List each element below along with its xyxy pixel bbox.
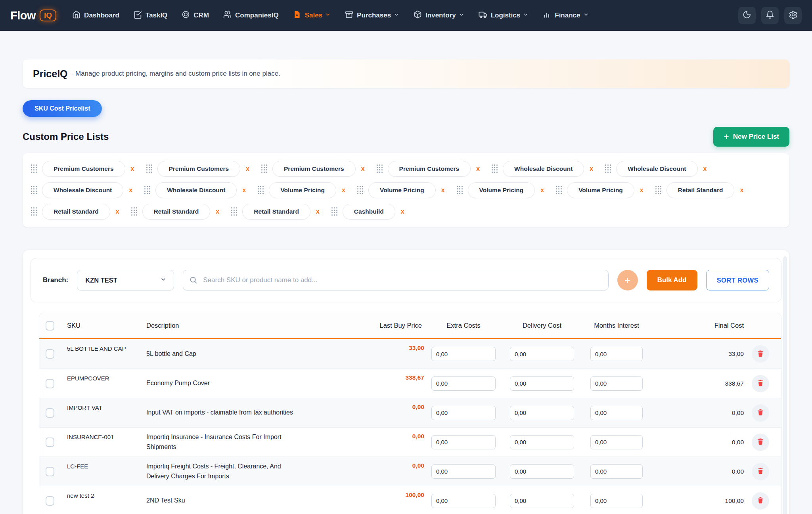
drag-handle-icon[interactable] — [31, 207, 37, 216]
remove-chip-icon[interactable]: x — [246, 165, 249, 172]
nav-item-finance[interactable]: Finance — [543, 10, 588, 21]
extra-costs-input[interactable] — [431, 376, 496, 391]
drag-handle-icon[interactable] — [146, 164, 153, 173]
price-list-chip-label[interactable]: Retail Standard — [242, 204, 310, 220]
notifications-button[interactable] — [761, 7, 779, 24]
drag-handle-icon[interactable] — [377, 164, 383, 173]
price-list-chip-label[interactable]: Premium Customers — [272, 161, 356, 177]
months-interest-input[interactable] — [590, 464, 643, 479]
delete-row-button[interactable] — [752, 492, 769, 510]
branch-select[interactable]: KZN TEST — [77, 270, 174, 290]
months-interest-input[interactable] — [590, 435, 643, 449]
delivery-cost-input[interactable] — [510, 464, 574, 479]
nav-item-taskiq[interactable]: TaskIQ — [134, 10, 167, 21]
drag-handle-icon[interactable] — [655, 186, 662, 195]
row-checkbox[interactable] — [46, 379, 54, 388]
drag-handle-icon[interactable] — [144, 186, 151, 195]
price-list-chip-label[interactable]: Volume Pricing — [368, 182, 436, 198]
price-list-chip-label[interactable]: Retail Standard — [142, 204, 211, 220]
delete-row-button[interactable] — [752, 404, 769, 422]
price-list-chip-label[interactable]: Premium Customers — [388, 161, 471, 177]
search-input[interactable] — [183, 270, 608, 290]
drag-handle-icon[interactable] — [131, 207, 138, 216]
remove-chip-icon[interactable]: x — [342, 187, 345, 194]
settings-button[interactable] — [784, 7, 802, 24]
delivery-cost-input[interactable] — [510, 494, 574, 508]
remove-chip-icon[interactable]: x — [640, 187, 643, 194]
drag-handle-icon[interactable] — [231, 207, 237, 216]
delete-row-button[interactable] — [752, 345, 769, 363]
nav-item-logistics[interactable]: Logistics — [479, 10, 529, 21]
price-list-chip-label[interactable]: Cashbuild — [343, 204, 395, 220]
delete-row-button[interactable] — [752, 463, 769, 480]
price-list-chip-label[interactable]: Retail Standard — [42, 204, 110, 220]
remove-chip-icon[interactable]: x — [703, 165, 707, 172]
row-checkbox[interactable] — [46, 408, 54, 418]
nav-item-inventory[interactable]: Inventory — [414, 10, 464, 21]
drag-handle-icon[interactable] — [31, 186, 37, 195]
nav-item-dashboard[interactable]: Dashboard — [72, 10, 119, 21]
remove-chip-icon[interactable]: x — [476, 165, 480, 172]
price-list-chip-label[interactable]: Wholesale Discount — [616, 161, 697, 177]
delivery-cost-input[interactable] — [510, 347, 574, 361]
remove-chip-icon[interactable]: x — [540, 187, 544, 194]
price-list-chip-label[interactable]: Wholesale Discount — [155, 182, 237, 198]
drag-handle-icon[interactable] — [357, 186, 364, 195]
months-interest-input[interactable] — [590, 376, 643, 391]
brand-logo[interactable]: Flow IQ — [10, 9, 56, 22]
drag-handle-icon[interactable] — [556, 186, 562, 195]
row-checkbox[interactable] — [46, 467, 54, 476]
price-list-chip-label[interactable]: Volume Pricing — [567, 182, 634, 198]
price-list-chip-label[interactable]: Wholesale Discount — [503, 161, 584, 177]
drag-handle-icon[interactable] — [605, 164, 611, 173]
drag-handle-icon[interactable] — [31, 164, 37, 173]
row-checkbox[interactable] — [46, 438, 54, 447]
nav-item-companiesiq[interactable]: CompaniesIQ — [223, 10, 279, 21]
drag-handle-icon[interactable] — [457, 186, 463, 195]
nav-item-sales[interactable]: Sales — [293, 10, 331, 21]
remove-chip-icon[interactable]: x — [441, 187, 445, 194]
vertical-scrollbar[interactable] — [783, 256, 787, 514]
remove-chip-icon[interactable]: x — [131, 165, 134, 172]
remove-chip-icon[interactable]: x — [242, 187, 246, 194]
extra-costs-input[interactable] — [431, 406, 496, 420]
remove-chip-icon[interactable]: x — [129, 187, 132, 194]
price-list-chip-label[interactable]: Premium Customers — [157, 161, 241, 177]
select-all-checkbox[interactable] — [46, 321, 54, 331]
sku-cost-pricelist-tab[interactable]: SKU Cost Pricelist — [23, 100, 102, 117]
remove-chip-icon[interactable]: x — [740, 187, 743, 194]
new-price-list-button[interactable]: + New Price List — [713, 127, 789, 147]
remove-chip-icon[interactable]: x — [361, 165, 365, 172]
extra-costs-input[interactable] — [431, 347, 496, 361]
drag-handle-icon[interactable] — [492, 164, 498, 173]
remove-chip-icon[interactable]: x — [401, 208, 404, 215]
delivery-cost-input[interactable] — [510, 376, 574, 391]
drag-handle-icon[interactable] — [258, 186, 264, 195]
row-checkbox[interactable] — [46, 349, 54, 359]
delete-row-button[interactable] — [752, 434, 769, 451]
nav-item-purchases[interactable]: Purchases — [345, 10, 399, 21]
dark-mode-button[interactable] — [738, 7, 756, 24]
price-list-chip-label[interactable]: Volume Pricing — [468, 182, 535, 198]
nav-item-crm[interactable]: CRM — [182, 10, 209, 21]
price-list-chip-label[interactable]: Retail Standard — [666, 182, 735, 198]
row-checkbox[interactable] — [46, 496, 54, 506]
extra-costs-input[interactable] — [431, 435, 496, 449]
delete-row-button[interactable] — [752, 375, 769, 392]
months-interest-input[interactable] — [590, 406, 643, 420]
price-list-chip-label[interactable]: Volume Pricing — [269, 182, 336, 198]
months-interest-input[interactable] — [590, 494, 643, 508]
delivery-cost-input[interactable] — [510, 435, 574, 449]
drag-handle-icon[interactable] — [331, 207, 338, 216]
drag-handle-icon[interactable] — [261, 164, 268, 173]
remove-chip-icon[interactable]: x — [116, 208, 119, 215]
price-list-chip-label[interactable]: Wholesale Discount — [42, 182, 123, 198]
months-interest-input[interactable] — [590, 347, 643, 361]
delivery-cost-input[interactable] — [510, 406, 574, 420]
sort-rows-button[interactable]: SORT ROWS — [706, 270, 769, 290]
price-list-chip-label[interactable]: Premium Customers — [42, 161, 125, 177]
extra-costs-input[interactable] — [431, 494, 496, 508]
bulk-add-button[interactable]: Bulk Add — [647, 270, 697, 290]
remove-chip-icon[interactable]: x — [590, 165, 593, 172]
extra-costs-input[interactable] — [431, 464, 496, 479]
